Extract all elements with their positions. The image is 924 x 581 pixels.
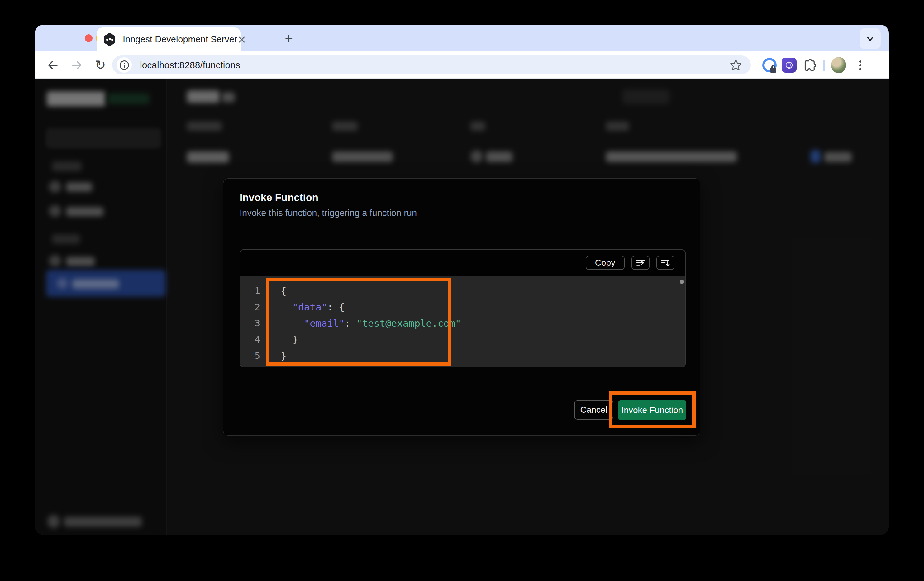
code-gutter: 12345: [240, 283, 260, 364]
invoke-function-button[interactable]: Invoke Function: [618, 400, 686, 420]
editor-scrollbar-thumb[interactable]: [680, 280, 684, 284]
purple-extension-icon: [782, 58, 797, 73]
password-manager-extension-button[interactable]: [762, 58, 777, 73]
reload-button[interactable]: ↻: [92, 56, 109, 74]
browser-tab[interactable]: Inngest Development Server: [97, 27, 241, 51]
site-info-button[interactable]: [117, 57, 132, 73]
tab-title: Inngest Development Server: [123, 34, 238, 45]
page-content: Invoke Function Invoke this function, tr…: [35, 79, 889, 535]
info-icon: [119, 60, 130, 70]
profile-avatar[interactable]: [831, 58, 846, 73]
new-tab-button[interactable]: +: [280, 30, 297, 47]
avatar: [831, 57, 846, 73]
json-editor[interactable]: 12345 { "data": { "email": "test@example…: [240, 276, 685, 367]
url-text[interactable]: localhost:8288/functions: [140, 60, 729, 70]
browser-toolbar: ↻ localhost:8288/functions: [35, 51, 889, 79]
expand-down-icon: [660, 257, 671, 268]
cancel-button[interactable]: Cancel: [574, 400, 614, 420]
browser-window: Inngest Development Server + ↻: [35, 25, 889, 535]
three-dot-menu-icon: [859, 59, 861, 72]
editor-toolbar: Copy: [240, 250, 685, 276]
back-button[interactable]: [44, 56, 62, 74]
puzzle-icon: [802, 58, 816, 72]
star-icon: [729, 59, 742, 72]
bookmark-button[interactable]: [729, 58, 742, 72]
invoke-function-modal: Invoke Function Invoke this function, tr…: [223, 178, 700, 436]
chevron-down-icon: [864, 32, 876, 45]
browser-menu-button[interactable]: [853, 58, 868, 73]
word-wrap-button[interactable]: [632, 256, 650, 270]
copy-button[interactable]: Copy: [586, 256, 625, 270]
inngest-favicon-icon: [104, 33, 116, 46]
modal-subtitle: Invoke this function, triggering a funct…: [239, 208, 417, 218]
modal-footer-divider: [223, 384, 700, 384]
expand-editor-button[interactable]: [657, 256, 675, 270]
tab-search-chevron-button[interactable]: [860, 28, 881, 49]
tab-close-icon[interactable]: [238, 35, 246, 44]
modal-title: Invoke Function: [239, 192, 318, 204]
purple-extension-button[interactable]: [782, 58, 797, 73]
payload-editor-card: Copy 12345: [239, 249, 686, 367]
word-wrap-icon: [635, 257, 646, 268]
address-bar[interactable]: localhost:8288/functions: [112, 55, 751, 74]
toolbar-separator: [823, 60, 825, 71]
extensions-button[interactable]: [802, 58, 817, 73]
code-lines: { "data": { "email": "test@example.com" …: [280, 283, 461, 364]
password-manager-icon: [762, 58, 777, 72]
traffic-light-close[interactable]: [85, 34, 92, 42]
reload-icon: ↻: [95, 59, 106, 72]
forward-button[interactable]: [68, 56, 85, 74]
editor-scrollbar[interactable]: [679, 276, 685, 367]
tab-strip: Inngest Development Server +: [35, 25, 889, 51]
